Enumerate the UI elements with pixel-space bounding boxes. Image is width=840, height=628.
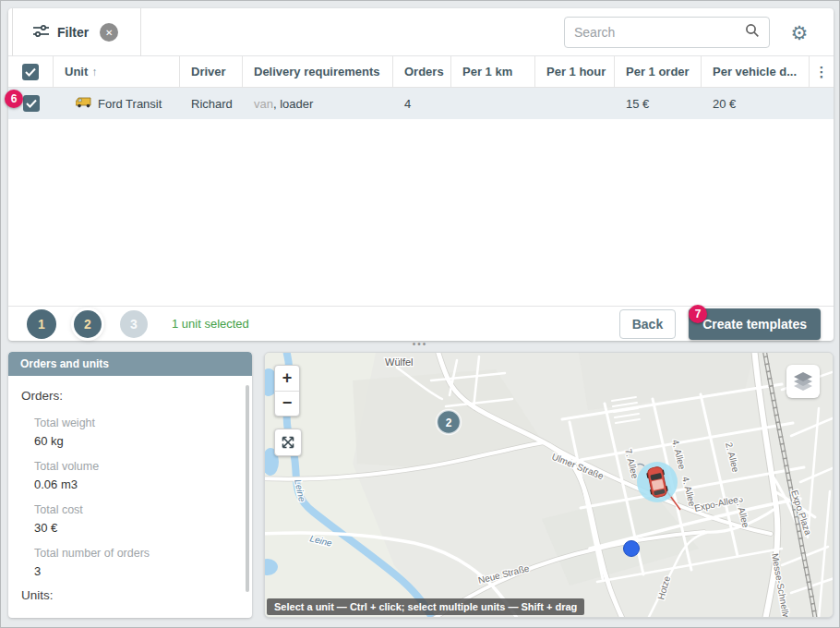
orders-count: 4 (393, 88, 451, 119)
filter-button[interactable]: Filter ✕ (12, 8, 141, 56)
annotation-badge-7: 7 (689, 305, 707, 323)
stat-total-volume: Total volume 0.06 m3 (34, 458, 239, 493)
map-layers-button[interactable] (786, 365, 820, 398)
units-heading: Units: (21, 588, 239, 602)
units-table-card: Filter ✕ ⚙ Unit↑ Driver Delivery require… (8, 8, 834, 341)
search-box (564, 17, 770, 48)
delivery-requirements: van, loader (243, 88, 393, 119)
panel-title: Orders and units (8, 352, 252, 376)
per-1-order-value: 15 € (615, 88, 702, 119)
search-icon (745, 23, 760, 42)
table-header-row: Unit↑ Driver Delivery requirements Order… (8, 56, 834, 88)
wizard-footer: 1 2 3 1 unit selected Back Create templa… (8, 306, 834, 341)
column-header-orders[interactable]: Orders (393, 56, 451, 87)
map-zoom-controls: + − (274, 365, 300, 417)
step-2-button-active[interactable]: 2 (74, 310, 102, 338)
order-point-marker[interactable] (624, 541, 640, 557)
table-row[interactable]: Ford Transit Richard van, loader 4 15 € … (8, 88, 834, 119)
column-header-per-1-order[interactable]: Per 1 order (615, 56, 702, 87)
svg-text:2: 2 (446, 417, 452, 429)
panel-splitter-handle[interactable]: ••• (1, 339, 839, 349)
map-label-wulfel: Wülfel (385, 356, 414, 368)
app-window: { "toolbar": { "filter_label": "Filter",… (0, 0, 840, 628)
column-header-driver[interactable]: Driver (180, 56, 243, 87)
per-vehicle-day-value: 20 € (702, 88, 810, 119)
per-1-km-value (451, 88, 535, 119)
column-header-delivery-requirements[interactable]: Delivery requirements (243, 56, 393, 87)
column-header-per-vehicle-day[interactable]: Per vehicle d... (702, 56, 810, 87)
fullscreen-icon (281, 435, 295, 450)
zoom-in-button[interactable]: + (275, 366, 299, 392)
driver-name: Richard (180, 88, 243, 119)
map-selection-hint: Select a unit — Ctrl + click; select mul… (267, 598, 584, 615)
create-templates-button[interactable]: Create templates (689, 308, 821, 340)
column-header-unit[interactable]: Unit↑ (54, 56, 180, 87)
layers-icon (792, 371, 814, 392)
annotation-badge-6: 6 (5, 90, 23, 108)
row-checkbox[interactable] (23, 95, 40, 112)
step-3-button[interactable]: 3 (120, 310, 148, 338)
orders-units-panel: Orders and units Orders: Total weight 60… (8, 352, 252, 618)
step-1-button[interactable]: 1 (27, 309, 56, 339)
back-button[interactable]: Back (619, 309, 676, 339)
orders-heading: Orders: (21, 389, 239, 403)
settings-gear-icon[interactable]: ⚙ (786, 20, 812, 46)
table-toolbar: Filter ✕ ⚙ (8, 8, 834, 56)
filter-label: Filter (57, 25, 89, 40)
selection-status: 1 unit selected (172, 317, 249, 331)
van-icon (76, 96, 92, 111)
select-all-checkbox-cell (8, 56, 54, 87)
sort-asc-icon: ↑ (91, 66, 97, 78)
column-header-per-1-hour[interactable]: Per 1 hour (535, 56, 615, 87)
stat-total-weight: Total weight 60 kg (34, 415, 239, 450)
map-panel[interactable]: Wülfel Ulmer Straße 7. Allee 4. Allee 4.… (264, 352, 834, 618)
select-all-checkbox[interactable] (22, 64, 39, 80)
panel-body: Orders: Total weight 60 kg Total volume … (8, 376, 252, 602)
cluster-marker-2[interactable]: 2 (437, 410, 461, 434)
stat-total-cost: Total cost 30 € (34, 501, 239, 537)
unit-name: Ford Transit (98, 97, 162, 111)
stat-total-orders: Total number of orders 3 (34, 545, 239, 580)
filter-icon (33, 24, 49, 42)
clear-filter-icon[interactable]: ✕ (100, 23, 118, 42)
panel-scrollbar[interactable] (246, 385, 249, 592)
search-input[interactable] (574, 25, 745, 40)
map-canvas[interactable]: Wülfel Ulmer Straße 7. Allee 4. Allee 4.… (265, 353, 834, 618)
fullscreen-button[interactable] (274, 429, 302, 456)
zoom-out-button[interactable]: − (275, 392, 299, 417)
column-header-per-1-km[interactable]: Per 1 km (451, 56, 535, 87)
column-menu-kebab-icon[interactable]: ⋮ (810, 56, 834, 87)
per-1-hour-value (535, 88, 615, 119)
